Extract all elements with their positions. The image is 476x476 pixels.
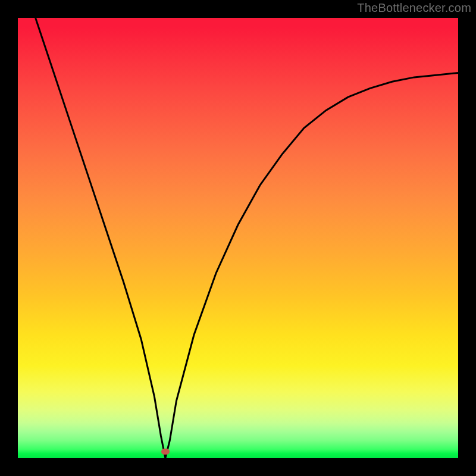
watermark-text: TheBottlenecker.com: [357, 1, 471, 15]
curve-path: [36, 18, 458, 458]
bottleneck-curve: [18, 18, 458, 458]
optimum-marker: [161, 449, 170, 455]
chart-frame: TheBottlenecker.com: [0, 0, 476, 476]
